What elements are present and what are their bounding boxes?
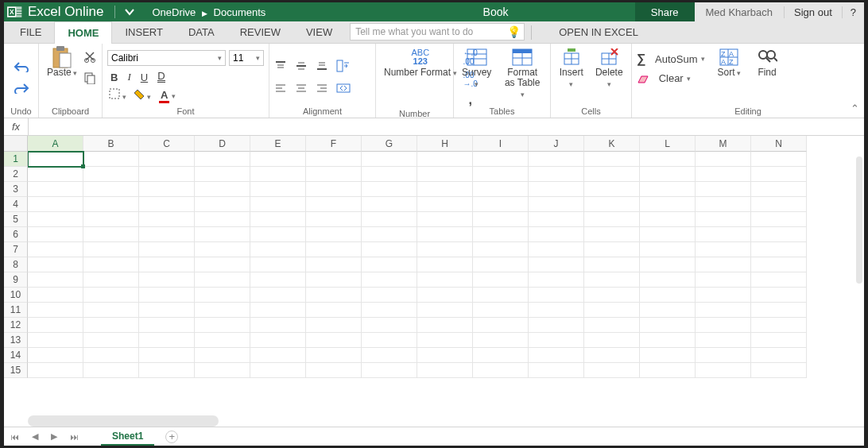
row-header[interactable]: 1: [4, 152, 28, 167]
cell[interactable]: [28, 318, 83, 333]
cell[interactable]: [83, 318, 139, 333]
cell[interactable]: [529, 288, 584, 303]
help-button[interactable]: ?: [842, 6, 864, 18]
cell[interactable]: [139, 348, 195, 363]
cell[interactable]: [584, 363, 640, 378]
cell[interactable]: [139, 303, 195, 318]
cell[interactable]: [417, 197, 473, 212]
cell[interactable]: [306, 288, 362, 303]
cell[interactable]: [584, 303, 640, 318]
row-header[interactable]: 7: [4, 242, 28, 257]
row-header[interactable]: 2: [4, 167, 28, 182]
cell[interactable]: [28, 197, 83, 212]
tab-home[interactable]: HOME: [54, 21, 112, 44]
cell[interactable]: [473, 257, 529, 272]
align-left-button[interactable]: [274, 83, 287, 95]
cell[interactable]: [362, 167, 417, 182]
row-header[interactable]: 5: [4, 212, 28, 227]
user-name[interactable]: Med Kharbach: [695, 6, 785, 18]
column-header[interactable]: E: [250, 136, 306, 152]
cell[interactable]: [362, 363, 417, 378]
row-header[interactable]: 3: [4, 182, 28, 197]
cell[interactable]: [640, 212, 696, 227]
cell[interactable]: [28, 227, 83, 242]
cell[interactable]: [640, 333, 696, 348]
cell[interactable]: [473, 182, 529, 197]
cell[interactable]: [83, 242, 139, 257]
cell[interactable]: [250, 318, 306, 333]
cell[interactable]: [417, 227, 473, 242]
cell[interactable]: [195, 242, 250, 257]
cell[interactable]: [751, 318, 807, 333]
cell[interactable]: [195, 318, 250, 333]
cell[interactable]: [195, 182, 250, 197]
row-header[interactable]: 9: [4, 272, 28, 288]
cell[interactable]: [250, 227, 306, 242]
cell[interactable]: [195, 363, 250, 378]
cell[interactable]: [83, 363, 139, 378]
cell[interactable]: [306, 333, 362, 348]
insert-cells-button[interactable]: Insert: [556, 47, 587, 90]
cell[interactable]: [306, 272, 362, 288]
collapse-ribbon-icon[interactable]: ⌃: [851, 102, 859, 114]
cell[interactable]: [640, 348, 696, 363]
cell[interactable]: [139, 152, 195, 167]
cell[interactable]: [751, 348, 807, 363]
cell[interactable]: [362, 348, 417, 363]
cell[interactable]: [250, 182, 306, 197]
cell[interactable]: [306, 167, 362, 182]
cell[interactable]: [306, 242, 362, 257]
cell[interactable]: [195, 212, 250, 227]
wrap-text-button[interactable]: [336, 60, 351, 75]
cell[interactable]: [696, 227, 751, 242]
cell[interactable]: [362, 318, 417, 333]
column-header[interactable]: I: [473, 136, 529, 152]
cell[interactable]: [751, 242, 807, 257]
cell[interactable]: [696, 272, 751, 288]
cell[interactable]: [83, 197, 139, 212]
row-header[interactable]: 13: [4, 333, 28, 348]
cell[interactable]: [417, 288, 473, 303]
number-format-button[interactable]: ABC123 Number Format: [381, 47, 460, 79]
cell[interactable]: [250, 242, 306, 257]
cell[interactable]: [417, 242, 473, 257]
column-header[interactable]: H: [417, 136, 473, 152]
cell[interactable]: [529, 227, 584, 242]
cell[interactable]: [417, 303, 473, 318]
cell[interactable]: [28, 257, 83, 272]
cell[interactable]: [584, 318, 640, 333]
cell[interactable]: [306, 182, 362, 197]
cell[interactable]: [362, 303, 417, 318]
cell[interactable]: [417, 272, 473, 288]
cell[interactable]: [640, 242, 696, 257]
cell[interactable]: [250, 212, 306, 227]
cell[interactable]: [83, 227, 139, 242]
delete-cells-button[interactable]: Delete: [592, 47, 626, 90]
cell[interactable]: [195, 227, 250, 242]
cell[interactable]: [250, 363, 306, 378]
cell[interactable]: [28, 288, 83, 303]
cell[interactable]: [83, 303, 139, 318]
cell[interactable]: [306, 257, 362, 272]
cell[interactable]: [362, 257, 417, 272]
cell[interactable]: [417, 348, 473, 363]
cell[interactable]: [584, 197, 640, 212]
row-header[interactable]: 15: [4, 363, 28, 378]
cell[interactable]: [28, 167, 83, 182]
formula-input[interactable]: [29, 118, 864, 135]
cell[interactable]: [529, 182, 584, 197]
cell[interactable]: [83, 152, 139, 167]
cell[interactable]: [751, 197, 807, 212]
tab-review[interactable]: REVIEW: [227, 21, 293, 43]
clear-button[interactable]: Clear: [637, 72, 691, 84]
cell[interactable]: [751, 167, 807, 182]
cell[interactable]: [529, 363, 584, 378]
borders-button[interactable]: [109, 88, 126, 102]
cell[interactable]: [529, 333, 584, 348]
paste-button[interactable]: Paste: [44, 47, 80, 79]
column-header[interactable]: J: [529, 136, 584, 152]
cut-button[interactable]: [83, 50, 96, 65]
horizontal-scrollbar[interactable]: [28, 415, 219, 427]
cell[interactable]: [306, 348, 362, 363]
cell[interactable]: [306, 212, 362, 227]
